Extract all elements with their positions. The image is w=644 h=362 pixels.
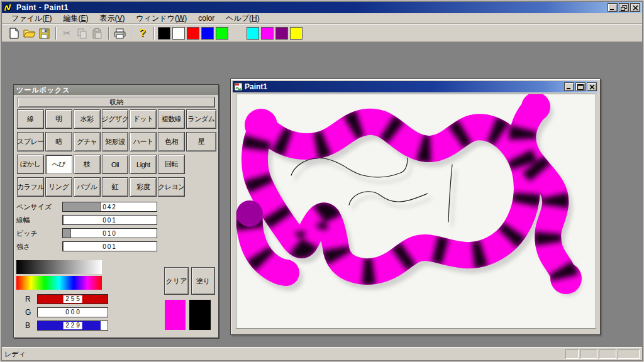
copy-icon[interactable] <box>75 26 89 40</box>
hue-gradient-bar[interactable] <box>16 276 102 290</box>
print-icon[interactable] <box>113 26 127 40</box>
tool-button-rainbow[interactable]: 虹 <box>102 177 129 197</box>
document-icon <box>234 82 243 91</box>
status-panel <box>580 349 597 359</box>
tool-button-colorful[interactable]: カラフル <box>17 177 44 197</box>
tool-button-multiline[interactable]: 複数線 <box>158 109 185 129</box>
tool-button-ring[interactable]: リング <box>45 177 72 197</box>
menu-color[interactable]: color <box>192 13 220 23</box>
close-button[interactable] <box>630 3 640 12</box>
toolbar: ✂ ? <box>2 24 642 42</box>
palette-red[interactable] <box>187 27 199 40</box>
tool-button-rotate[interactable]: 回転 <box>158 155 185 174</box>
tool-button-scribble[interactable]: グチャ <box>74 132 101 151</box>
title-bar[interactable]: Paint - Paint1 <box>2 2 642 13</box>
menu-window[interactable]: ウィンドウ(W) <box>131 13 193 25</box>
document-title: Paint1 <box>245 82 267 91</box>
menu-view[interactable]: 表示(V) <box>94 13 130 25</box>
tool-button-bubble[interactable]: バブル <box>74 177 101 197</box>
cut-icon[interactable]: ✂ <box>60 26 74 40</box>
restore-button[interactable] <box>619 3 629 12</box>
clear-button[interactable]: クリア <box>164 267 189 295</box>
tool-button-oil[interactable]: Oil <box>102 155 129 174</box>
blue-slider[interactable]: 229 <box>37 321 108 331</box>
palette-blue[interactable] <box>201 27 214 40</box>
status-bar: レディ <box>2 347 642 360</box>
menu-file[interactable]: ファイル(F) <box>6 13 57 25</box>
fill-button[interactable]: 塗り <box>191 267 215 295</box>
primary-color-swatch[interactable] <box>165 300 186 330</box>
palette-cyan[interactable] <box>247 27 259 40</box>
toolbar-separator <box>55 27 57 40</box>
pitch-label: ピッチ <box>16 229 62 238</box>
tool-button-squarewave[interactable]: 矩形波 <box>102 132 129 151</box>
tool-button-crayon[interactable]: クレヨン <box>158 177 185 197</box>
secondary-color-swatch[interactable] <box>189 300 211 330</box>
doc-minimize-button[interactable] <box>564 82 574 91</box>
green-value: 000 <box>63 309 82 316</box>
tool-button-spray[interactable]: スプレー <box>17 132 44 151</box>
palette-black[interactable] <box>158 27 170 40</box>
toolbox-window: ツールボックス 収納 線 明 水彩 ジグザグ ドット 複数線 ランダム スプレー… <box>13 84 219 338</box>
pensize-label: ペンサイズ <box>16 202 62 212</box>
pensize-value: 042 <box>63 202 157 211</box>
app-icon <box>4 3 14 13</box>
tool-button-dark[interactable]: 暗 <box>45 132 72 151</box>
menu-help[interactable]: ヘルプ(H) <box>220 13 265 25</box>
tool-button-saturation[interactable]: 彩度 <box>130 177 157 197</box>
toolbar-separator <box>131 27 132 40</box>
store-button[interactable]: 収納 <box>18 97 215 107</box>
toolbox-title-bar[interactable]: ツールボックス <box>14 85 218 95</box>
open-file-icon[interactable] <box>22 26 36 40</box>
toolbox-title: ツールボックス <box>16 85 70 95</box>
tool-button-zigzag[interactable]: ジグザグ <box>102 109 129 129</box>
palette-purple[interactable] <box>275 27 288 40</box>
doc-close-button[interactable] <box>587 82 597 91</box>
pensize-slider[interactable]: 042 <box>62 202 157 212</box>
help-icon[interactable]: ? <box>135 26 150 40</box>
tool-button-bright[interactable]: 明 <box>45 109 72 129</box>
pitch-value: 010 <box>63 229 157 238</box>
tool-button-random[interactable]: ランダム <box>186 109 216 129</box>
blue-value: 229 <box>63 322 82 329</box>
document-window: Paint1 <box>230 79 601 335</box>
tool-button-blur[interactable]: ぼかし <box>17 155 44 174</box>
tool-button-watercolor[interactable]: 水彩 <box>74 109 101 129</box>
brush-sliders: ペンサイズ 042 線幅 001 ピッチ 010 <box>16 202 215 255</box>
green-label: G <box>25 308 37 317</box>
paste-icon[interactable] <box>90 26 104 40</box>
minimize-button[interactable] <box>608 3 618 12</box>
tool-button-heart[interactable]: ハート <box>130 132 157 151</box>
green-slider[interactable]: 000 <box>37 307 108 317</box>
tool-button-snake[interactable]: へび <box>45 155 72 174</box>
document-title-bar[interactable]: Paint1 <box>233 81 598 92</box>
status-panel <box>618 349 640 359</box>
rgb-controls: R 255 G 000 B 229 <box>25 294 108 334</box>
status-text: レディ <box>4 349 26 359</box>
linewidth-slider[interactable]: 001 <box>62 215 157 225</box>
palette-green[interactable] <box>216 27 228 40</box>
grid-empty-cell <box>186 155 216 174</box>
tool-button-dot[interactable]: ドット <box>130 109 157 129</box>
tool-button-line[interactable]: 線 <box>17 109 44 129</box>
red-slider[interactable]: 255 <box>37 294 108 304</box>
palette-magenta[interactable] <box>261 27 274 40</box>
strength-slider[interactable]: 001 <box>62 241 157 251</box>
menu-edit[interactable]: 編集(E) <box>57 13 94 25</box>
tool-grid: 線 明 水彩 ジグザグ ドット 複数線 ランダム スプレー 暗 グチャ 矩形波 … <box>17 109 216 197</box>
strength-label: 強さ <box>16 242 62 251</box>
doc-maximize-button[interactable] <box>575 82 586 91</box>
strength-value: 001 <box>63 242 157 251</box>
grayscale-gradient-bar[interactable] <box>16 260 102 274</box>
workspace: ツールボックス 収納 線 明 水彩 ジグザグ ドット 複数線 ランダム スプレー… <box>2 42 642 347</box>
palette-yellow[interactable] <box>290 27 303 40</box>
paint-canvas[interactable] <box>236 94 596 329</box>
palette-white[interactable] <box>172 27 185 40</box>
tool-button-star[interactable]: 星 <box>186 132 216 151</box>
tool-button-light[interactable]: Light <box>130 155 157 174</box>
new-file-icon[interactable] <box>7 26 21 40</box>
pitch-slider[interactable]: 010 <box>62 228 157 238</box>
save-icon[interactable] <box>37 26 52 40</box>
tool-button-branch[interactable]: 枝 <box>74 155 101 174</box>
tool-button-hue[interactable]: 色相 <box>158 132 185 151</box>
